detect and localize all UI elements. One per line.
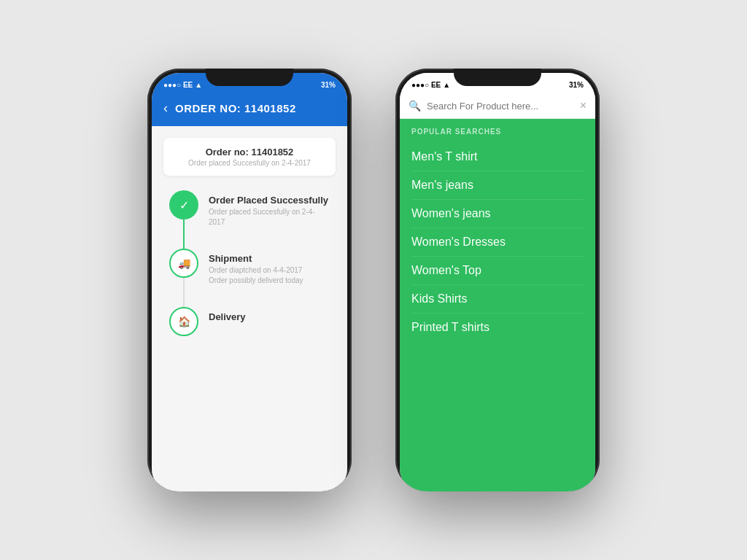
- order-date: Order placed Succesfully on 2-4-2017: [175, 159, 324, 167]
- timeline-icon-wrapper-placed: ✓: [169, 190, 198, 249]
- order-body: Order no: 11401852 Order placed Succesfu…: [152, 126, 347, 491]
- back-button[interactable]: ‹: [163, 101, 168, 116]
- timeline-item-shipment: 🚚 Shipment Order diaptched on 4-4-2017 O…: [169, 249, 330, 307]
- search-icon: 🔍: [409, 100, 421, 112]
- timeline-icon-delivery: 🏠: [169, 307, 198, 336]
- signal-icon-2: ●●●○ EE: [411, 81, 441, 89]
- timeline-line-placed: [183, 219, 185, 249]
- timeline-text-shipment: Shipment Order diaptched on 4-4-2017 Ord…: [209, 249, 330, 300]
- timeline-icon-placed: ✓: [169, 190, 198, 219]
- timeline-subtitle-placed: Order placed Succesfully on 2-4-2017: [209, 207, 330, 228]
- status-left-2: ●●●○ EE ▲: [411, 81, 450, 89]
- timeline-item-placed: ✓ Order Placed Successfully Order placed…: [169, 190, 330, 249]
- status-left-1: ●●●○ EE ▲: [163, 81, 202, 89]
- search-item-3[interactable]: Women's Dresses: [411, 228, 584, 257]
- battery-1: 31%: [321, 81, 336, 89]
- timeline-item-delivery: 🏠 Delivery: [169, 307, 330, 337]
- phone-1-screen: ●●●○ EE ▲ 31% ‹ ORDER NO: 11401852 Order…: [152, 73, 347, 491]
- search-item-4[interactable]: Women's Top: [411, 257, 584, 285]
- phone-2: ●●●○ EE ▲ 31% 🔍 × POPULAR SEARCHES Men's…: [395, 69, 600, 491]
- order-header-title: ORDER NO: 11401852: [175, 102, 296, 114]
- search-item-1[interactable]: Men's jeans: [411, 171, 584, 200]
- signal-icon-1: ●●●○ EE: [163, 81, 193, 89]
- search-input[interactable]: [427, 101, 574, 112]
- order-header: ‹ ORDER NO: 11401852: [152, 93, 347, 126]
- search-item-0[interactable]: Men's T shirt: [411, 143, 584, 171]
- order-number: Order no: 11401852: [175, 147, 324, 158]
- phones-container: ●●●○ EE ▲ 31% ‹ ORDER NO: 11401852 Order…: [0, 54, 747, 506]
- timeline: ✓ Order Placed Successfully Order placed…: [163, 190, 336, 337]
- timeline-line-shipment: [183, 278, 185, 307]
- timeline-icon-wrapper-delivery: 🏠: [169, 307, 198, 336]
- wifi-icon-1: ▲: [195, 81, 202, 89]
- search-item-6[interactable]: Printed T shirts: [411, 314, 584, 341]
- timeline-text-delivery: Delivery: [209, 307, 330, 337]
- popular-label: POPULAR SEARCHES: [411, 128, 584, 136]
- timeline-subtitle-shipment: Order diaptched on 4-4-2017 Order possib…: [209, 265, 330, 286]
- timeline-title-placed: Order Placed Successfully: [209, 195, 330, 206]
- search-bar[interactable]: 🔍 ×: [400, 93, 595, 119]
- status-bar-1: ●●●○ EE ▲ 31%: [152, 73, 347, 93]
- search-item-5[interactable]: Kids Shirts: [411, 285, 584, 314]
- status-right-1: 31%: [321, 81, 336, 89]
- timeline-icon-shipment: 🚚: [169, 249, 198, 278]
- search-item-2[interactable]: Women's jeans: [411, 200, 584, 228]
- status-right-2: 31%: [569, 81, 584, 89]
- search-clear-button[interactable]: ×: [580, 99, 587, 112]
- status-bar-2: ●●●○ EE ▲ 31%: [400, 73, 595, 93]
- timeline-text-placed: Order Placed Successfully Order placed S…: [209, 190, 330, 242]
- wifi-icon-2: ▲: [443, 81, 450, 89]
- battery-2: 31%: [569, 81, 584, 89]
- timeline-title-delivery: Delivery: [209, 311, 330, 322]
- order-info-box: Order no: 11401852 Order placed Succesfu…: [163, 138, 336, 176]
- phone-2-screen: ●●●○ EE ▲ 31% 🔍 × POPULAR SEARCHES Men's…: [400, 73, 595, 491]
- popular-section: POPULAR SEARCHES Men's T shirt Men's jea…: [400, 119, 595, 491]
- timeline-title-shipment: Shipment: [209, 253, 330, 264]
- phone-1: ●●●○ EE ▲ 31% ‹ ORDER NO: 11401852 Order…: [147, 69, 352, 491]
- timeline-icon-wrapper-shipment: 🚚: [169, 249, 198, 307]
